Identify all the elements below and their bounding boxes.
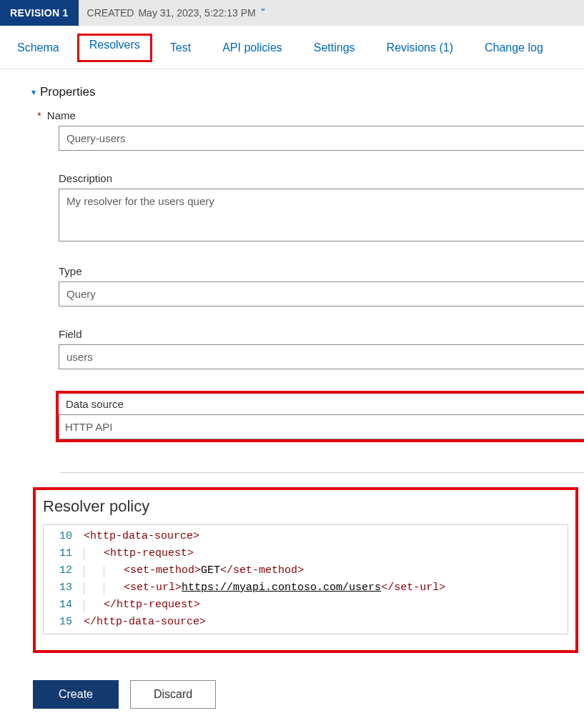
tab-revisions[interactable]: Revisions (1) — [385, 39, 455, 57]
data-source-label: Data source — [66, 398, 584, 410]
divider — [60, 472, 584, 473]
highlight-resolvers-tab: Resolvers — [77, 34, 152, 62]
line-number: 15 — [44, 614, 84, 631]
tab-bar: Schema Resolvers Test API policies Setti… — [0, 26, 584, 69]
chevron-down-icon: ▾ — [31, 87, 36, 97]
tab-resolvers[interactable]: Resolvers — [89, 39, 140, 51]
create-button[interactable]: Create — [33, 680, 119, 709]
code-line: 15 </http-data-source> — [44, 614, 568, 631]
type-select[interactable]: Query — [59, 281, 584, 306]
action-bar: Create Discard — [17, 653, 584, 723]
line-number: 12 — [44, 562, 84, 579]
tab-api-policies[interactable]: API policies — [221, 39, 284, 57]
code-line: 14 </http-request> — [44, 597, 568, 614]
resolver-policy-title: Resolver policy — [43, 497, 568, 516]
name-input[interactable] — [59, 126, 584, 151]
highlight-resolver-policy: Resolver policy 10 <http-data-source> 11… — [33, 487, 578, 653]
description-label: Description — [59, 172, 112, 184]
revision-created-prefix: CREATED — [87, 7, 134, 19]
line-number: 13 — [44, 579, 84, 597]
revision-created-timestamp: May 31, 2023, 5:22:13 PM — [138, 7, 255, 19]
type-label: Type — [59, 265, 82, 277]
revision-created[interactable]: CREATED May 31, 2023, 5:22:13 PM ˅˅ — [79, 7, 263, 19]
name-label: Name — [44, 109, 76, 121]
field-select[interactable]: users — [59, 344, 584, 369]
discard-button[interactable]: Discard — [130, 680, 216, 709]
code-line: 10 <http-data-source> — [44, 528, 568, 545]
tab-settings[interactable]: Settings — [312, 39, 357, 57]
revision-bar: REVISION 1 CREATED May 31, 2023, 5:22:13… — [0, 0, 584, 26]
properties-section-header[interactable]: ▾ Properties — [17, 85, 584, 99]
field-label: Field — [59, 328, 82, 340]
code-line: 12 <set-method>GET</set-method> — [44, 562, 568, 579]
tab-change-log[interactable]: Change log — [483, 39, 545, 57]
line-number: 11 — [44, 545, 84, 562]
line-number: 14 — [44, 597, 84, 614]
revision-badge: REVISION 1 — [0, 0, 79, 26]
properties-section-title: Properties — [40, 85, 95, 99]
required-asterisk: * — [37, 109, 41, 121]
tab-test[interactable]: Test — [169, 39, 192, 57]
tab-schema[interactable]: Schema — [16, 39, 61, 57]
resolver-policy-editor[interactable]: 10 <http-data-source> 11 <http-request> … — [43, 524, 568, 634]
description-textarea[interactable]: My resolver for the users query — [59, 189, 584, 241]
code-line: 13 <set-url>https://myapi.contoso.com/us… — [44, 579, 568, 597]
code-line: 11 <http-request> — [44, 545, 568, 562]
line-number: 10 — [44, 528, 84, 545]
chevron-double-down-icon: ˅˅ — [260, 8, 263, 18]
data-source-select[interactable] — [59, 414, 584, 439]
highlight-data-source: Data source — [56, 391, 584, 442]
